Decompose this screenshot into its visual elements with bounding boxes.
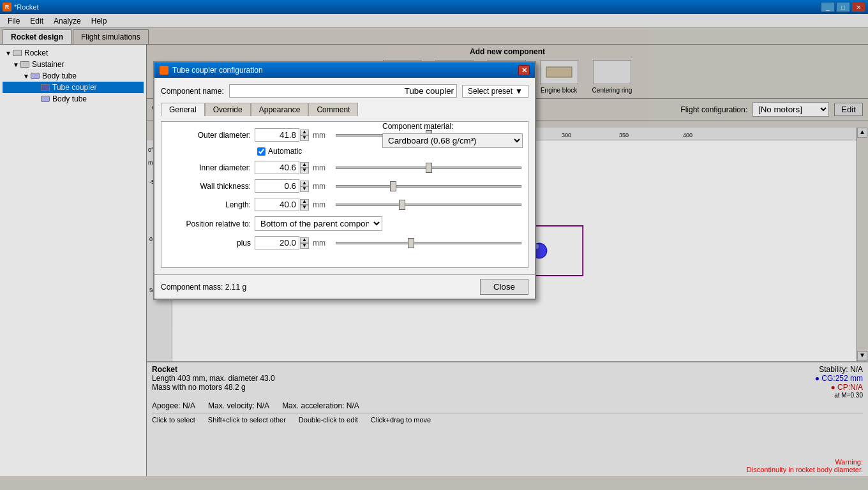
wall-thickness-unit: mm [313,182,332,191]
tab-override[interactable]: Override [205,103,251,116]
material-select[interactable]: Cardboard (0.68 g/cm³) Aluminum Fibergla… [382,133,523,148]
component-name-label: Component name: [161,87,224,96]
wall-thickness-slider[interactable] [336,185,521,188]
inner-diameter-slider[interactable] [336,167,521,169]
plus-slider[interactable] [336,242,521,244]
plus-label: plus [168,239,251,248]
dialog-title-bar: Tube coupler configuration ✕ [154,63,535,78]
outer-diameter-unit: mm [313,131,332,140]
mass-info: Component mass: 2.11 g [161,283,246,292]
preset-button[interactable]: Select preset ▼ [462,85,528,98]
preset-arrow-icon: ▼ [515,87,523,96]
inner-diameter-label: Inner diameter: [168,163,251,172]
dialog-title: Tube coupler configuration [172,66,263,75]
length-row: Length: ▲ ▼ mm [168,198,521,211]
length-label: Length: [168,200,251,209]
tube-coupler-dialog: Tube coupler configuration ✕ Component n… [153,61,536,300]
inner-diameter-unit: mm [313,163,332,172]
length-down[interactable]: ▼ [300,205,309,211]
automatic-checkbox[interactable] [257,147,266,156]
wall-thickness-down[interactable]: ▼ [300,186,309,192]
plus-unit: mm [313,239,332,248]
tab-content: Outer diameter: ▲ ▼ mm Automatic Inner [161,121,528,268]
length-slider[interactable] [336,204,521,206]
dialog-bottom: Component mass: 2.11 g Close [154,274,535,299]
material-label: Component material: [382,122,523,131]
component-name-input[interactable] [229,84,457,98]
dialog-close-button[interactable]: ✕ [518,65,530,75]
outer-diameter-down[interactable]: ▼ [300,135,309,141]
outer-diameter-label: Outer diameter: [168,131,251,140]
position-relative-row: Position relative to: Bottom of the pare… [168,216,521,231]
inner-diameter-input[interactable] [255,161,299,174]
position-relative-label: Position relative to: [168,219,251,228]
automatic-row: Automatic [257,147,521,156]
wall-thickness-input[interactable] [255,179,299,193]
dialog-tabs: General Override Appearance Comment [161,103,528,116]
tab-appearance[interactable]: Appearance [251,103,309,116]
dialog-close-button-bottom[interactable]: Close [480,279,528,295]
inner-diameter-row: Inner diameter: ▲ ▼ mm [168,161,521,174]
material-section: Component material: Cardboard (0.68 g/cm… [382,122,523,148]
tab-general[interactable]: General [161,103,205,116]
position-relative-select[interactable]: Bottom of the parent component Top of th… [255,216,382,231]
length-input[interactable] [255,198,299,211]
tab-comment[interactable]: Comment [308,103,358,116]
wall-thickness-label: Wall thickness: [168,182,251,191]
component-name-row: Component name: Select preset ▼ [161,84,528,98]
plus-down[interactable]: ▼ [300,243,309,249]
automatic-label: Automatic [268,147,302,156]
dialog-icon [160,66,168,75]
plus-input[interactable] [255,236,299,249]
outer-diameter-input[interactable] [255,128,299,142]
length-unit: mm [313,200,332,209]
inner-diameter-down[interactable]: ▼ [300,168,309,174]
plus-row: plus ▲ ▼ mm [168,236,521,249]
preset-label: Select preset [468,87,513,96]
wall-thickness-row: Wall thickness: ▲ ▼ mm [168,179,521,193]
